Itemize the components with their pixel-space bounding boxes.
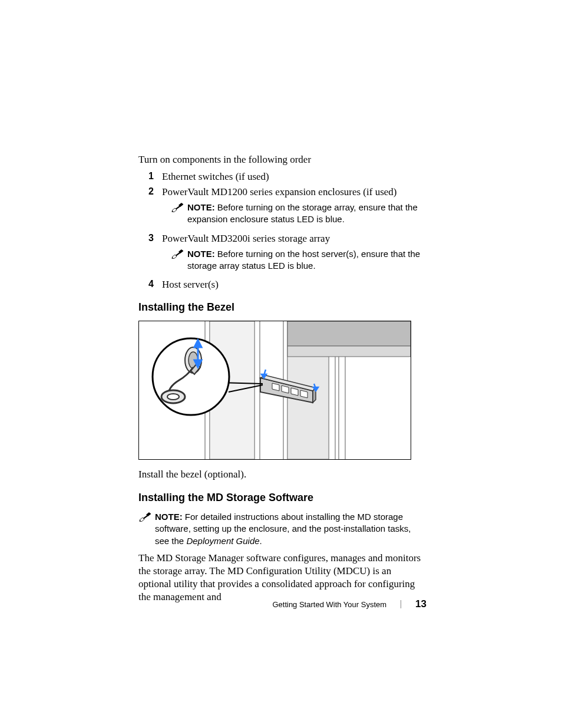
note-body: NOTE: Before turning on the host server(… (187, 248, 427, 272)
note-text: Before turning on the host server(s), en… (187, 249, 420, 271)
page-footer: Getting Started With Your System 13 (272, 598, 427, 610)
step-content: PowerVault MD1200 series expansion enclo… (162, 186, 427, 229)
software-paragraph: The MD Storage Manager software configur… (138, 552, 427, 604)
step-number: 4 (138, 279, 162, 291)
note-label: NOTE: (187, 249, 215, 259)
step-number: 1 (138, 171, 162, 183)
bezel-figure (138, 321, 411, 460)
page-number: 13 (415, 598, 427, 610)
bezel-caption: Install the bezel (optional). (138, 468, 427, 481)
note-body: NOTE: Before turning on the storage arra… (187, 202, 427, 226)
step-number: 3 (138, 233, 162, 276)
note-block: NOTE: Before turning on the host server(… (171, 248, 427, 272)
step-text: Ethernet switches (if used) (162, 171, 427, 183)
note-block: NOTE: Before turning on the storage arra… (171, 202, 427, 226)
note-body: NOTE: For detailed instructions about in… (155, 511, 427, 547)
note-icon (138, 511, 155, 547)
ordered-steps: 1 Ethernet switches (if used) 2 PowerVau… (138, 171, 427, 291)
step-item: 4 Host server(s) (138, 279, 427, 291)
step-text: Host server(s) (162, 279, 427, 291)
intro-text: Turn on components in the following orde… (138, 153, 427, 166)
note-icon (171, 202, 187, 226)
step-content: PowerVault MD3200i series storage array … (162, 233, 427, 276)
footer-divider (401, 600, 401, 608)
heading-installing-software: Installing the MD Storage Software (138, 492, 427, 504)
step-text: PowerVault MD3200i series storage array (162, 233, 330, 244)
page: Turn on components in the following orde… (0, 0, 562, 728)
note-text: Before turning on the storage array, ens… (187, 202, 418, 224)
note-emphasis: Deployment Guide (186, 536, 259, 546)
step-item: 3 PowerVault MD3200i series storage arra… (138, 233, 427, 276)
note-label: NOTE: (155, 512, 183, 522)
step-text: PowerVault MD1200 series expansion enclo… (162, 186, 396, 197)
svg-point-16 (167, 394, 179, 400)
note-block: NOTE: For detailed instructions about in… (138, 511, 427, 547)
step-item: 2 PowerVault MD1200 series expansion enc… (138, 186, 427, 229)
step-number: 2 (138, 186, 162, 229)
note-icon (171, 248, 187, 272)
footer-section-title: Getting Started With Your System (272, 600, 386, 609)
step-item: 1 Ethernet switches (if used) (138, 171, 427, 183)
note-label: NOTE: (187, 202, 215, 212)
note-after: . (260, 536, 262, 546)
heading-installing-bezel: Installing the Bezel (138, 301, 427, 314)
